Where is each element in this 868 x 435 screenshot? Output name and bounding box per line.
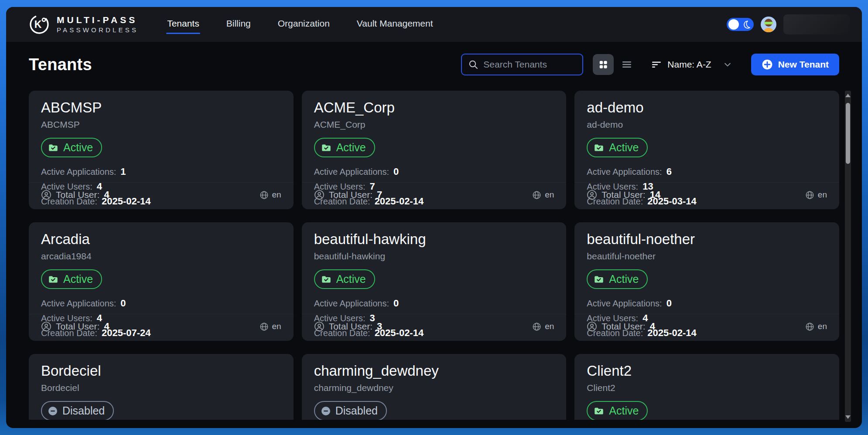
view-list-button[interactable] [617, 54, 636, 75]
vertical-scrollbar[interactable] [845, 91, 851, 422]
tenant-slug: ABCMSP [41, 119, 281, 130]
stat-row-active-applications: Active Applications: 6 [587, 166, 827, 177]
tenant-name: beautiful-noether [587, 231, 827, 248]
theme-toggle-knob[interactable] [728, 19, 739, 30]
status-badge: Active [587, 138, 648, 157]
tenant-name: ACME_Corp [314, 99, 554, 116]
scroll-down-button[interactable] [845, 415, 851, 419]
search-box[interactable] [461, 54, 583, 75]
tenant-card[interactable]: Arcadia arcadia1984 Active Active Applic… [29, 222, 294, 341]
tenant-slug: charming_dewdney [314, 383, 554, 393]
language-label: en [818, 190, 827, 200]
nav-item-tenants[interactable]: Tenants [166, 16, 200, 33]
card-footer: Total User: 4 en [29, 314, 294, 341]
brand-wordmark: MULTI-PASS PASSWORDLESS [57, 15, 138, 34]
tenant-slug: Bordeciel [41, 383, 281, 393]
nav-item-vault-management[interactable]: Vault Management [356, 16, 434, 33]
top-navigation-bar: K MULTI-PASS PASSWORDLESS Tenants Billin… [6, 7, 862, 42]
tenant-card[interactable]: ad-demo ad-demo Active Active Applicatio… [574, 91, 839, 209]
user-avatar[interactable] [761, 17, 776, 32]
brand-subtitle: PASSWORDLESS [57, 27, 138, 34]
desktop-background: K MULTI-PASS PASSWORDLESS Tenants Billin… [0, 0, 868, 435]
tenant-card[interactable]: charming_dewdney charming_dewdney Disabl… [302, 354, 567, 420]
tenant-grid: ABCMSP ABCMSP Active Active Applications… [29, 91, 839, 420]
language-group: en [805, 322, 827, 331]
scroll-up-button[interactable] [845, 94, 851, 97]
stat-label: Active Applications: [41, 167, 116, 177]
tenant-slug: ACME_Corp [314, 119, 554, 130]
tenant-name: charming_dewdney [314, 363, 554, 379]
card-footer: Total User: 14 en [574, 182, 839, 209]
globe-icon [805, 322, 814, 331]
status-label: Active [63, 141, 93, 154]
tenant-card[interactable]: beautiful-hawking beautiful-hawking Acti… [302, 222, 567, 341]
new-tenant-button[interactable]: New Tenant [751, 54, 839, 75]
nav-item-organization[interactable]: Organization [277, 16, 331, 33]
total-user-value: 4 [104, 321, 109, 332]
stat-value: 0 [666, 298, 672, 309]
stat-row-active-applications: Active Applications: 1 [41, 166, 281, 177]
stat-value: 0 [120, 298, 126, 309]
tenant-name: ad-demo [587, 99, 827, 116]
status-label: Active [336, 141, 366, 154]
stat-label: Active Applications: [41, 299, 116, 309]
status-badge: Disabled [41, 401, 114, 420]
total-user-label: Total User: [329, 190, 372, 200]
folder-check-icon [321, 142, 332, 153]
user-name-redacted[interactable] [783, 14, 850, 34]
folder-check-icon [321, 274, 332, 285]
globe-icon [532, 190, 541, 200]
stat-row-active-applications: Active Applications: 0 [41, 298, 281, 309]
tenant-name: beautiful-hawking [314, 231, 554, 248]
user-circle-icon [587, 190, 597, 200]
scroll-thumb[interactable] [846, 103, 850, 164]
tenant-cards-viewport: ABCMSP ABCMSP Active Active Applications… [29, 91, 839, 420]
new-tenant-label: New Tenant [778, 59, 829, 70]
tenant-card[interactable]: ACME_Corp ACME_Corp Active Active Applic… [302, 91, 567, 209]
card-footer: Total User: 7 en [302, 182, 567, 209]
sort-control[interactable]: Name: A-Z [651, 59, 731, 70]
stat-label: Active Applications: [587, 299, 662, 309]
status-badge: Active [314, 138, 375, 157]
tenant-name: Arcadia [41, 231, 281, 248]
status-label: Disabled [335, 404, 378, 417]
page-title: Tenants [29, 55, 92, 74]
tenant-name: ABCMSP [41, 99, 281, 116]
nav-item-billing[interactable]: Billing [226, 16, 252, 33]
status-badge: Active [41, 269, 102, 289]
tenant-card[interactable]: beautiful-noether beautiful-noether Acti… [574, 222, 839, 341]
language-group: en [532, 322, 554, 331]
card-footer: Total User: 3 en [302, 314, 567, 341]
total-user-value: 4 [104, 189, 109, 201]
status-label: Active [63, 273, 93, 285]
tenant-slug: beautiful-noether [587, 251, 827, 262]
stat-value: 0 [393, 298, 399, 309]
theme-toggle[interactable] [727, 18, 754, 31]
tenant-card[interactable]: Client2 Client2 Active Active Applicatio… [574, 354, 839, 420]
language-group: en [260, 190, 281, 200]
plus-circle-icon [762, 59, 773, 70]
total-user-label: Total User: [56, 190, 99, 200]
total-user-label: Total User: [329, 321, 372, 332]
search-input[interactable] [483, 59, 576, 70]
tenant-slug: ad-demo [587, 119, 827, 130]
stat-row-active-applications: Active Applications: 0 [314, 166, 554, 177]
view-grid-button[interactable] [593, 54, 614, 75]
total-user-label: Total User: [56, 321, 99, 332]
user-circle-icon [41, 321, 51, 332]
tenant-slug: beautiful-hawking [314, 251, 554, 262]
status-label: Active [609, 273, 639, 285]
status-label: Disabled [62, 404, 105, 417]
tenant-card[interactable]: ABCMSP ABCMSP Active Active Applications… [29, 91, 294, 209]
tenant-card[interactable]: Bordeciel Bordeciel Disabled Active Appl… [29, 354, 294, 420]
list-view-icon [622, 59, 632, 70]
total-user-value: 3 [377, 321, 382, 332]
status-label: Active [336, 273, 366, 285]
status-badge: Active [41, 138, 102, 157]
status-label: Active [609, 404, 639, 417]
language-label: en [545, 190, 554, 200]
globe-icon [532, 322, 541, 331]
language-group: en [805, 190, 827, 200]
status-badge: Disabled [314, 401, 387, 420]
tenant-slug: arcadia1984 [41, 251, 281, 262]
